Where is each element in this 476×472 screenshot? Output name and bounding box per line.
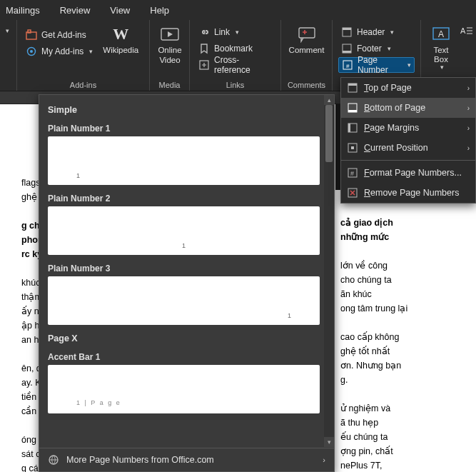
svg-text:#: # (346, 63, 350, 69)
svg-rect-25 (351, 146, 354, 149)
comments-group-label: Comments (287, 79, 326, 89)
gallery-item-label: Plain Number 3 (48, 259, 320, 276)
svg-text:A: A (460, 26, 466, 35)
footer-button[interactable]: Footer▾ (338, 41, 415, 56)
dropdown-button[interactable]: ▾ (1, 23, 12, 39)
gallery-item-plain-3[interactable]: 1 (48, 276, 320, 325)
chevron-right-icon: › (467, 144, 470, 152)
comment-label: Comment (289, 46, 325, 54)
textbox-label: Text Box (433, 46, 448, 64)
crossref-icon (198, 59, 210, 71)
addins-icon (26, 46, 37, 57)
link-button[interactable]: Link▾ (196, 24, 275, 40)
svg-point-3 (30, 50, 33, 53)
footer-label: Footer (357, 44, 382, 54)
dropcap-icon[interactable]: A (460, 26, 473, 36)
menu-format-page-numbers[interactable]: # Format Page Numbers... (341, 163, 475, 183)
svg-rect-7 (299, 28, 315, 38)
current-position-icon (347, 142, 358, 154)
gallery-group-pagex: Page X (48, 329, 320, 348)
crossref-button[interactable]: Cross-reference (196, 57, 275, 73)
svg-rect-19 (348, 84, 357, 86)
menu-current-position[interactable]: Current Position › (341, 138, 475, 158)
svg-rect-9 (343, 28, 351, 30)
scroll-up-icon[interactable]: ▴ (324, 95, 334, 105)
more-label: More Page Numbers from Office.com (66, 455, 214, 465)
bookmark-button[interactable]: Bookmark (196, 41, 275, 56)
link-label: Link (214, 27, 230, 37)
gallery-group-simple: Simple (48, 101, 320, 119)
tab-help[interactable]: Help (150, 5, 169, 16)
chevron-right-icon: › (467, 124, 470, 132)
media-group-label: Media (156, 79, 183, 89)
links-group-label: Links (196, 79, 275, 89)
menu-bottom-of-page[interactable]: Bottom of Page › (341, 98, 475, 118)
addins-group-label: Add-ins (23, 79, 143, 89)
page-number-button[interactable]: # Page Number▾ (338, 57, 415, 73)
online-video-button[interactable]: Online Video (156, 23, 184, 67)
wikipedia-label: Wikipedia (103, 46, 138, 54)
video-icon (160, 24, 180, 44)
svg-rect-1 (28, 30, 31, 33)
format-icon: # (347, 167, 358, 179)
svg-marker-5 (168, 31, 173, 37)
doc-text-right: cả giao dịch những mức lớn về công cho c… (340, 187, 462, 472)
footer-icon (341, 43, 353, 54)
svg-text:#: # (350, 170, 354, 177)
crossref-label: Cross-reference (214, 55, 272, 75)
textbox-icon: A (431, 24, 451, 44)
gallery-item-plain-2[interactable]: 1 (48, 206, 320, 255)
link-icon (198, 26, 210, 38)
gallery-item-label: Accent Bar 1 (48, 348, 320, 365)
gallery-item-label: Plain Number 2 (48, 189, 320, 206)
gallery-item-label: Plain Number 1 (48, 119, 320, 136)
more-from-office-button[interactable]: More Page Numbers from Office.com › (39, 448, 334, 471)
svg-text:A: A (438, 29, 444, 39)
page-number-menu: Top of Page › Bottom of Page › Page Marg… (340, 77, 476, 204)
tab-view[interactable]: View (110, 5, 130, 16)
wikipedia-button[interactable]: W Wikipedia (100, 23, 141, 56)
chevron-right-icon: › (323, 456, 325, 464)
store-icon (26, 29, 37, 41)
my-addins-button[interactable]: My Add-ins▾ (23, 44, 96, 59)
svg-rect-23 (348, 124, 350, 132)
page-number-gallery: Simple Plain Number 1 1 Plain Number 2 1… (39, 94, 335, 472)
page-margins-icon (347, 122, 358, 134)
get-addins-label: Get Add-ins (41, 30, 86, 40)
bookmark-icon (198, 43, 210, 54)
comment-icon (297, 24, 317, 44)
page-bottom-icon (347, 102, 358, 114)
comment-button[interactable]: Comment (287, 23, 326, 56)
page-number-icon: # (342, 59, 353, 71)
gallery-item-plain-1[interactable]: 1 (48, 136, 320, 185)
header-icon (341, 26, 353, 38)
video-label: Online Video (158, 46, 181, 66)
bookmark-label: Bookmark (214, 44, 253, 54)
page-number-label: Page Number (358, 55, 402, 75)
scroll-thumb[interactable] (325, 105, 333, 162)
globe-icon (48, 454, 59, 466)
svg-rect-11 (343, 51, 351, 53)
menu-remove-page-numbers[interactable]: Remove Page Numbers (341, 183, 475, 203)
menu-top-of-page[interactable]: Top of Page › (341, 78, 475, 98)
my-addins-label: My Add-ins (41, 46, 83, 56)
chevron-right-icon: › (467, 104, 470, 112)
gallery-scrollbar[interactable]: ▴ ▾ (324, 95, 334, 447)
menu-page-margins[interactable]: Page Margins › (341, 118, 475, 138)
get-addins-button[interactable]: Get Add-ins (23, 27, 96, 43)
header-button[interactable]: Header▾ (338, 24, 415, 40)
scroll-down-icon[interactable]: ▾ (324, 437, 334, 447)
remove-icon (347, 187, 358, 199)
page-top-icon (347, 82, 358, 94)
chevron-right-icon: › (467, 84, 470, 92)
gallery-item-accent-1[interactable]: 1 | P a g e (48, 365, 320, 413)
wikipedia-icon: W (111, 24, 131, 44)
menu-separator (341, 160, 475, 161)
svg-rect-21 (348, 110, 357, 112)
tab-review[interactable]: Review (60, 5, 91, 16)
header-label: Header (357, 27, 385, 37)
textbox-button[interactable]: A Text Box▾ (427, 23, 455, 72)
tab-mailings[interactable]: Mailings (6, 5, 40, 16)
